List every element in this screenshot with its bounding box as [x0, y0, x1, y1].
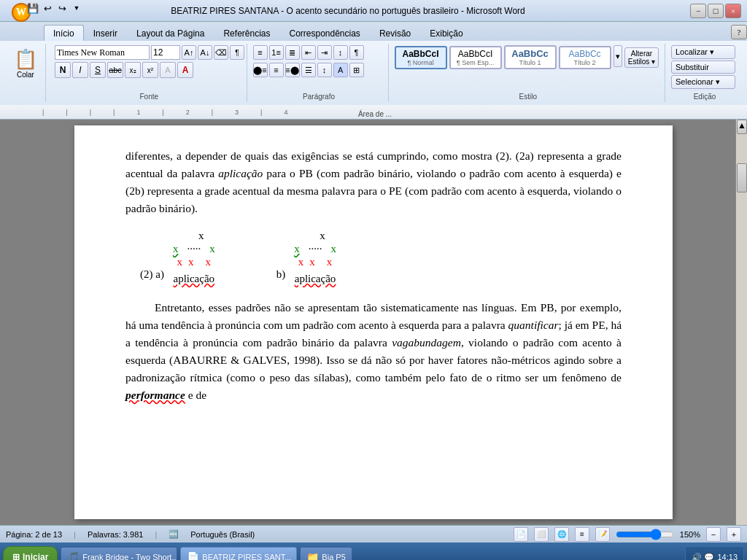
font-size-input[interactable] [151, 45, 180, 60]
view-outline-button[interactable]: ≡ [575, 527, 589, 542]
tab-correspondencias[interactable]: Correspondências [279, 25, 369, 41]
para-top: diferentes, a depender de quais das exig… [125, 147, 622, 217]
decrease-font-button[interactable]: A↓ [198, 45, 212, 60]
x-green-a1: x [170, 242, 182, 255]
x-red-b1: x [295, 255, 307, 268]
find-button[interactable]: Localizar ▾ [671, 45, 735, 59]
border-button[interactable]: ⊞ [349, 63, 364, 77]
select-button[interactable]: Selecionar ▾ [671, 75, 735, 89]
subscript-button[interactable]: x₂ [125, 62, 141, 78]
font-color-button[interactable]: A [177, 62, 193, 78]
save-button[interactable]: 💾 [26, 1, 39, 15]
align-center-button[interactable]: ≡ [269, 63, 284, 77]
font-row2: N I S abc x₂ x² A A [55, 62, 244, 78]
style-title1[interactable]: AaBbCc Título 1 [504, 45, 557, 69]
clipboard-group: 📋 Colar Área de ... [6, 44, 46, 102]
tab-layout[interactable]: Layout da Página [127, 25, 214, 41]
taskbar: ⊞ Iniciar 🎵 Frank Bridge - Two Short... … [0, 542, 747, 560]
x-green-b2: x [328, 242, 339, 255]
superscript-button[interactable]: x² [142, 62, 158, 78]
sort-button[interactable]: ↕ [333, 45, 348, 60]
font-name-input[interactable] [55, 45, 150, 60]
status-bar: Página: 2 de 13 | Palavras: 3.981 | 🔤 Po… [0, 525, 747, 542]
paragraph-group: ≡ 1≡ ≣ ⇤ ⇥ ↕ ¶ ⬤≡ ≡ ≡⬤ ☰ ↕ A ⊞ [250, 44, 389, 102]
start-button[interactable]: ⊞ Iniciar [3, 546, 58, 560]
view-draft-button[interactable]: 📝 [595, 527, 610, 542]
minimize-button[interactable]: − [690, 4, 706, 18]
style-normal[interactable]: AaBbCcI ¶ Normal [395, 46, 447, 69]
help-button[interactable]: ? [731, 25, 747, 39]
close-button[interactable]: × [725, 4, 741, 18]
tab-revisao[interactable]: Revisão [370, 25, 420, 41]
strikethrough-button[interactable]: abc [107, 62, 123, 78]
ribbon-tabs: Início Inserir Layout da Página Referênc… [0, 22, 747, 41]
x-red-a3: x [203, 255, 214, 268]
show-marks-button[interactable]: ¶ [349, 45, 364, 60]
vertical-scrollbar[interactable]: ▲ [735, 120, 747, 525]
x-green-a2: x [206, 242, 218, 255]
clear-format-button[interactable]: ⌫ [214, 45, 228, 60]
paragraph-label: Parágrafo [250, 93, 388, 101]
align-left-button[interactable]: ⬤≡ [253, 63, 268, 77]
title-bar: W 💾 ↩ ↪ ▼ BEATRIZ PIRES SANTANA - O acen… [0, 0, 747, 22]
x-top-b: x [317, 229, 328, 242]
bold-button[interactable]: N [55, 62, 71, 78]
diagram-number: (2) a) [140, 265, 164, 283]
increase-font-button[interactable]: A↑ [182, 45, 196, 60]
style-no-spacing[interactable]: AaBbCcI ¶ Sem Esp... [449, 46, 502, 69]
editing-label: Edição [668, 93, 741, 101]
style-title2[interactable]: AaBbCc Título 2 [559, 46, 611, 69]
taskbar-tray: 🔊 💬 14:13 [685, 546, 744, 560]
taskbar-item-2[interactable]: 📁 Bia P5 [300, 547, 352, 560]
multilevel-button[interactable]: ≣ [285, 45, 300, 60]
align-right-button[interactable]: ≡⬤ [285, 63, 300, 77]
italic-button[interactable]: I [72, 62, 88, 78]
text-direction-button[interactable]: ¶ [230, 45, 244, 60]
diagram-b-label: b) [276, 265, 286, 283]
increase-indent-button[interactable]: ⇥ [317, 45, 332, 60]
spell-check-icon[interactable]: 🔤 [169, 529, 179, 539]
undo-button[interactable]: ↩ [41, 1, 54, 15]
clock: 14:13 [717, 553, 738, 560]
tab-exibicao[interactable]: Exibição [420, 25, 472, 41]
x-red-a1: x [174, 255, 186, 268]
text-highlight-button[interactable]: A [160, 62, 176, 78]
decrease-indent-button[interactable]: ⇤ [301, 45, 316, 60]
taskbar-icon-0: 🎵 [67, 551, 80, 560]
zoom-slider[interactable] [616, 529, 674, 540]
tab-inserir[interactable]: Inserir [84, 25, 127, 41]
numbering-button[interactable]: 1≡ [269, 45, 284, 60]
line-spacing-button[interactable]: ↕ [317, 63, 332, 77]
change-styles-button[interactable]: AlterarEstilos ▾ [624, 47, 659, 68]
view-full-button[interactable]: ⬜ [534, 527, 549, 542]
styles-scroll-down[interactable]: ▾ [614, 45, 622, 67]
tab-referencias[interactable]: Referências [214, 25, 279, 41]
dropdown-button[interactable]: ▼ [70, 1, 83, 15]
taskbar-icon-2: 📁 [306, 551, 319, 560]
zoom-in-button[interactable]: + [727, 527, 741, 542]
italic-vagabundagem: vagabundagem [392, 336, 461, 349]
zoom-out-button[interactable]: − [706, 527, 721, 542]
para-row1: ≡ 1≡ ≣ ⇤ ⇥ ↕ ¶ [253, 45, 382, 60]
font-group: A↑ A↓ ⌫ ¶ N I S abc x₂ x² A A Fonte [52, 44, 247, 102]
replace-button[interactable]: Substituir [671, 61, 735, 74]
quick-access-toolbar: 💾 ↩ ↪ ▼ [26, 1, 83, 15]
taskbar-item-1[interactable]: 📄 BEATRIZ PIRES SANT... [180, 547, 297, 560]
shading-button[interactable]: A [333, 63, 348, 77]
clipboard-label: Área de ... [3, 110, 747, 118]
word-count: Palavras: 3.981 [88, 530, 143, 539]
redo-button[interactable]: ↪ [55, 1, 69, 15]
paste-button[interactable]: 📋 Colar [14, 45, 37, 79]
diagram-a: x x ····· x x x x aplicação [170, 229, 218, 287]
maximize-button[interactable]: □ [708, 4, 724, 18]
taskbar-item-0[interactable]: 🎵 Frank Bridge - Two Short... [61, 547, 177, 560]
x-red-b3: x [324, 255, 336, 268]
italic-quantificar: quantificar [508, 319, 559, 331]
ribbon-content: 📋 Colar Área de ... A↑ A↓ ⌫ ¶ N I S [0, 41, 747, 105]
tab-inicio[interactable]: Início [44, 25, 84, 41]
underline-button[interactable]: S [90, 62, 106, 78]
bullets-button[interactable]: ≡ [253, 45, 268, 60]
view-web-button[interactable]: 🌐 [554, 527, 569, 542]
view-print-button[interactable]: 📄 [514, 527, 528, 542]
justify-button[interactable]: ☰ [301, 63, 316, 77]
